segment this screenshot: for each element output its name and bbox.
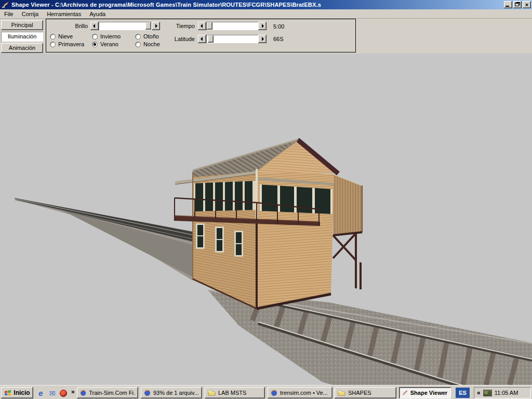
scroll-right-button[interactable] [258, 22, 267, 30]
scroll-track[interactable] [99, 22, 152, 30]
shape-viewer-icon [2, 1, 9, 8]
toolbar: Principal Iluminación Animación Brillo T… [0, 19, 532, 54]
menu-file[interactable]: File [0, 10, 18, 18]
signal-box-scene [0, 54, 532, 385]
folder-icon [338, 390, 345, 396]
tab-animacion[interactable]: Animación [1, 43, 43, 53]
radio-dot [92, 34, 98, 39]
mail-icon[interactable]: ✉ [48, 389, 57, 397]
time-scrollbar [198, 22, 267, 30]
scroll-left-button[interactable] [90, 22, 99, 30]
scroll-left-button[interactable] [198, 35, 206, 43]
menu-herramientas[interactable]: Herramientas [43, 10, 85, 18]
clock: 11:05 AM [495, 390, 518, 396]
start-button[interactable]: Inicio [1, 387, 33, 398]
menu-corrija[interactable]: Corrija [18, 10, 43, 18]
opera-icon[interactable] [59, 389, 68, 397]
taskbar-task-download[interactable]: 93% de 1 arquiv... [141, 387, 202, 398]
scroll-track[interactable] [206, 22, 258, 30]
radio-dot [50, 34, 56, 39]
taskbar: Inicio e ✉ » Train-Sim.Com Fi... 93% de … [0, 385, 532, 399]
radio-primavera[interactable]: Primavera [50, 41, 84, 48]
menu-ayuda[interactable]: Ayuda [85, 10, 110, 18]
3d-viewport[interactable] [0, 54, 532, 385]
front-window-band [194, 178, 256, 215]
radio-verano[interactable]: Verano [92, 41, 118, 48]
radio-otono[interactable]: Otoño [135, 33, 159, 40]
quick-launch-overflow-chevron[interactable]: » [71, 388, 75, 395]
scroll-thumb[interactable] [208, 35, 214, 43]
firefox-icon [80, 390, 86, 396]
latitude-value: 66S [273, 36, 284, 42]
window-title: Shape Viewer - C:\Archivos de programa\M… [11, 2, 321, 8]
close-button[interactable]: × [523, 1, 531, 8]
scroll-left-button[interactable] [198, 22, 206, 30]
scroll-thumb[interactable] [207, 22, 212, 30]
radio-dot [50, 42, 56, 47]
scroll-track[interactable] [206, 35, 258, 43]
tab-principal[interactable]: Principal [1, 20, 43, 30]
firefox-icon [271, 390, 277, 396]
brightness-scrollbar [90, 22, 160, 30]
brightness-label: Brillo [56, 23, 88, 29]
tray-app-icon[interactable] [483, 390, 492, 396]
taskbar-task-lab-msts[interactable]: LAB MSTS [205, 387, 265, 398]
radio-dot [135, 34, 141, 39]
taskbar-task-shape-viewer[interactable]: Shape Viewer -... [399, 387, 451, 398]
taskbar-task-trainsim[interactable]: Train-Sim.Com Fi... [77, 387, 138, 398]
taskbar-task-shapes-folder[interactable]: SHAPES [335, 387, 396, 398]
title-bar[interactable]: Shape Viewer - C:\Archivos de programa\M… [0, 0, 532, 9]
windows-logo-icon [4, 390, 11, 396]
taskbar-task-trensim[interactable]: trensim.com • Ve... [268, 387, 332, 398]
tray-collapse-chevron[interactable]: « [477, 389, 481, 396]
lighting-panel: Brillo Tiempo 5:00 Latitude 66S [46, 19, 356, 52]
radio-nieve[interactable]: Nieve [50, 33, 73, 40]
time-value: 5:00 [273, 23, 284, 30]
menu-bar: File Corrija Herramientas Ayuda [0, 9, 532, 19]
latitude-scrollbar [198, 35, 267, 43]
firefox-icon [144, 390, 151, 396]
start-label: Inicio [14, 389, 30, 396]
radio-dot [135, 42, 141, 47]
latitude-label: Latitude [157, 36, 195, 42]
scroll-right-button[interactable] [258, 35, 267, 43]
restore-button[interactable] [513, 1, 522, 8]
shape-viewer-icon [402, 390, 408, 396]
radio-noche[interactable]: Noche [135, 41, 160, 48]
shape-viewer-window: Shape Viewer - C:\Archivos de programa\M… [0, 0, 532, 399]
radio-invierno[interactable]: Invierno [92, 33, 121, 40]
language-indicator[interactable]: ES [456, 388, 470, 398]
system-tray: « 11:05 AM [474, 387, 531, 398]
minimize-button[interactable] [504, 1, 512, 8]
scroll-thumb[interactable] [145, 22, 151, 30]
ie-icon[interactable]: e [36, 389, 45, 397]
radio-dot [92, 42, 98, 47]
tab-iluminacion[interactable]: Iluminación [1, 32, 43, 42]
time-label: Tiempo [157, 23, 195, 29]
folder-icon [208, 390, 216, 396]
